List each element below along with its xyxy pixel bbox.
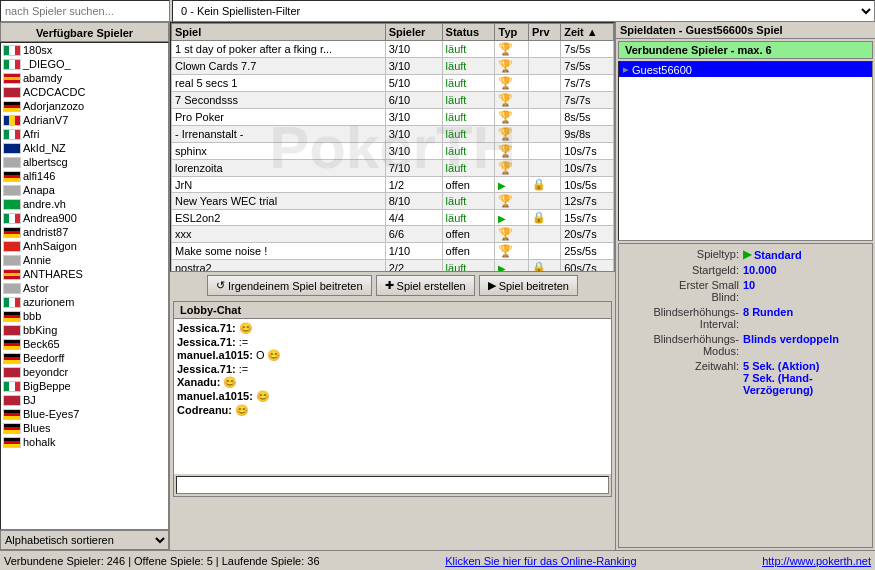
list-item[interactable]: hohalk (1, 435, 168, 449)
game-typ: 🏆 (495, 243, 529, 260)
table-row[interactable]: Clown Cards 7.7 3/10 läuft 🏆 7s/5s (172, 58, 614, 75)
chat-message: Jessica.71: := (177, 336, 608, 348)
table-row[interactable]: 7 Secondsss 6/10 läuft 🏆 7s/7s (172, 92, 614, 109)
search-input[interactable] (0, 0, 170, 22)
game-players: 7/10 (385, 160, 442, 177)
website-link[interactable]: http://www.pokerth.net (762, 555, 871, 567)
list-item[interactable]: Astor (1, 281, 168, 295)
list-item[interactable]: bbKing (1, 323, 168, 337)
table-row[interactable]: - Irrenanstalt - 3/10 läuft 🏆 9s/8s (172, 126, 614, 143)
spectate-button[interactable]: ▶ Spiel beitreten (479, 275, 578, 296)
startgeld-row: Startgeld: 10.000 (623, 264, 868, 276)
list-item[interactable]: Blue-Eyes7 (1, 407, 168, 421)
list-item[interactable]: BJ (1, 393, 168, 407)
center-panel: PokerTH Spiel Spieler Status Typ Prv Zei… (170, 22, 615, 550)
table-row[interactable]: nostra2 2/2 läuft ▶ 🔒 60s/7s (172, 260, 614, 273)
list-item[interactable]: AkId_NZ (1, 141, 168, 155)
game-typ: 🏆 (495, 143, 529, 160)
game-name: JrN (172, 177, 386, 193)
list-item[interactable]: BigBeppe (1, 379, 168, 393)
list-item[interactable]: ACDCACDC (1, 85, 168, 99)
list-item[interactable]: AnhSaigon (1, 239, 168, 253)
list-item[interactable]: azurionem (1, 295, 168, 309)
chat-header: Lobby-Chat (174, 302, 611, 319)
game-status: läuft (442, 210, 495, 226)
chat-input-row (174, 474, 611, 496)
list-item[interactable]: Adorjanzozo (1, 99, 168, 113)
table-row[interactable]: xxx 6/6 offen 🏆 20s/7s (172, 226, 614, 243)
blinds-interval-label: Blindserhöhungs- Interval: (623, 306, 743, 330)
list-item[interactable]: Beedorff (1, 351, 168, 365)
table-row[interactable]: sphinx 3/10 läuft 🏆 10s/7s (172, 143, 614, 160)
table-row[interactable]: New Years WEC trial 8/10 läuft 🏆 12s/7s (172, 193, 614, 210)
list-item[interactable]: alfi146 (1, 169, 168, 183)
table-row[interactable]: Pro Poker 3/10 läuft 🏆 8s/5s (172, 109, 614, 126)
list-item[interactable]: albertscg (1, 155, 168, 169)
game-typ: 🏆 (495, 160, 529, 177)
list-item[interactable]: ANTHARES (1, 267, 168, 281)
zeitwahl-row: Zeitwahl: 5 Sek. (Aktion) 7 Sek. (Hand-V… (623, 360, 868, 396)
col-zeit: Zeit ▲ (561, 24, 614, 41)
connected-player-item[interactable]: ▸Guest56600 (619, 62, 872, 77)
list-item[interactable]: beyondcr (1, 365, 168, 379)
list-item[interactable]: AdrianV7 (1, 113, 168, 127)
game-typ: ▶ (495, 177, 529, 193)
chat-text: 😊 (232, 404, 249, 416)
right-panel-header: Spieldaten - Guest56600s Spiel (616, 22, 875, 39)
ranking-link[interactable]: Klicken Sie hier für das Online-Ranking (445, 555, 636, 567)
game-status: offen (442, 226, 495, 243)
filter-select[interactable]: 0 - Kein Spiellisten-Filter (172, 0, 875, 22)
list-item[interactable]: Beck65 (1, 337, 168, 351)
list-item[interactable]: bbb (1, 309, 168, 323)
game-zeit: 15s/7s (561, 210, 614, 226)
player-name: _DIEGO_ (23, 58, 71, 70)
game-typ: 🏆 (495, 126, 529, 143)
join-game-button[interactable]: ↺ Irgendeinem Spiel beitreten (207, 275, 372, 296)
chat-input[interactable] (176, 476, 609, 494)
list-item[interactable]: Anapa (1, 183, 168, 197)
join-game-label: Irgendeinem Spiel beitreten (228, 280, 363, 292)
list-item[interactable]: 180sx (1, 43, 168, 57)
table-row[interactable]: 1 st day of poker after a fking r... 3/1… (172, 41, 614, 58)
game-players: 3/10 (385, 109, 442, 126)
game-typ: ▶ (495, 260, 529, 273)
player-name: AnhSaigon (23, 240, 77, 252)
list-item[interactable]: andre.vh (1, 197, 168, 211)
game-typ: ▶ (495, 210, 529, 226)
list-item[interactable]: Annie (1, 253, 168, 267)
flag-icon (3, 171, 21, 182)
game-prv: 🔒 (529, 210, 561, 226)
table-row[interactable]: real 5 secs 1 5/10 läuft 🏆 7s/7s (172, 75, 614, 92)
chat-user: manuel.a1015: (177, 390, 253, 402)
game-prv: 🔒 (529, 260, 561, 273)
blinds-interval-value: 8 Runden (743, 306, 868, 330)
create-game-button[interactable]: ✚ Spiel erstellen (376, 275, 475, 296)
game-table-wrapper: PokerTH Spiel Spieler Status Typ Prv Zei… (170, 22, 615, 272)
game-typ: 🏆 (495, 193, 529, 210)
list-item[interactable]: Blues (1, 421, 168, 435)
chat-message: Jessica.71: := (177, 363, 608, 375)
player-name: 180sx (23, 44, 52, 56)
game-players: 4/4 (385, 210, 442, 226)
game-players: 1/2 (385, 177, 442, 193)
list-item[interactable]: andrist87 (1, 225, 168, 239)
player-name: Adorjanzozo (23, 100, 84, 112)
list-item[interactable]: Afri (1, 127, 168, 141)
game-players: 8/10 (385, 193, 442, 210)
player-name: Beedorff (23, 352, 64, 364)
game-zeit: 9s/8s (561, 126, 614, 143)
game-name: New Years WEC trial (172, 193, 386, 210)
list-item[interactable]: _DIEGO_ (1, 57, 168, 71)
table-row[interactable]: lorenzoita 7/10 läuft 🏆 10s/7s (172, 160, 614, 177)
game-status: läuft (442, 143, 495, 160)
table-row[interactable]: JrN 1/2 offen ▶ 🔒 10s/5s (172, 177, 614, 193)
table-row[interactable]: ESL2on2 4/4 läuft ▶ 🔒 15s/7s (172, 210, 614, 226)
flag-icon (3, 59, 21, 70)
game-name: 1 st day of poker after a fking r... (172, 41, 386, 58)
list-item[interactable]: abamdy (1, 71, 168, 85)
sort-select[interactable]: Alphabetisch sortieren (0, 530, 169, 550)
list-item[interactable]: Andrea900 (1, 211, 168, 225)
right-panel: Spieldaten - Guest56600s Spiel Verbunden… (615, 22, 875, 550)
table-row[interactable]: Make some noise ! 1/10 offen 🏆 25s/5s (172, 243, 614, 260)
chat-user: manuel.a1015: (177, 349, 253, 361)
